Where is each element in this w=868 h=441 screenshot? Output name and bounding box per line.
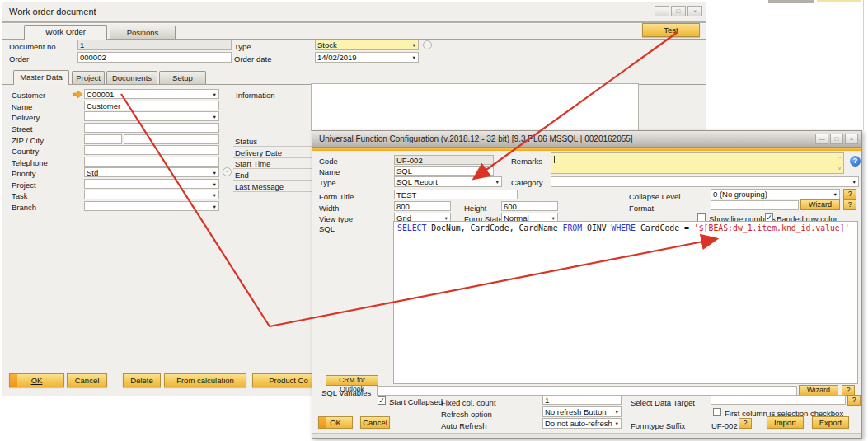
type-value: Stock	[317, 40, 337, 49]
import-button-label: Import	[774, 418, 796, 427]
import-button[interactable]: Import	[767, 416, 804, 429]
question-icon: ?	[852, 396, 856, 404]
crm-for-outlook-button[interactable]: CRM for Outlook	[326, 375, 378, 386]
customer-dropdown[interactable]: C00001▼	[84, 89, 219, 99]
format-field[interactable]	[711, 200, 799, 210]
format-help-button[interactable]: ?	[843, 199, 856, 210]
collapse-icon[interactable]: −	[423, 40, 432, 49]
project-dropdown[interactable]: ▼	[84, 179, 219, 189]
country-label: Country	[12, 147, 39, 156]
form-title-label: Form Title	[319, 192, 354, 201]
delivery-label: Delivery	[12, 113, 40, 122]
sql-condition: CardCode =	[636, 223, 694, 232]
ufc-titlebar[interactable]: Universal Function Configuration (v.2018…	[312, 131, 861, 148]
remarks-textarea[interactable]: ^ v	[551, 152, 844, 174]
zip-field[interactable]	[84, 134, 122, 144]
test-button[interactable]: Test	[642, 23, 700, 37]
select-data-target-field[interactable]	[711, 395, 846, 405]
country-field[interactable]	[84, 145, 219, 155]
maximize-button[interactable]: □	[671, 6, 686, 16]
format-wizard-button[interactable]: Wizard	[800, 199, 840, 210]
last-message-label: Last Message	[235, 182, 284, 191]
delivery-dropdown[interactable]: ▼	[84, 111, 219, 121]
tab-label: Work Order	[45, 27, 86, 36]
dash-icon: −	[426, 42, 429, 47]
maximize-icon: □	[677, 7, 681, 15]
first-column-selection-checkbox[interactable]	[713, 408, 721, 416]
cancel-button[interactable]: Cancel	[360, 416, 390, 429]
sql-keyword: FROM	[563, 223, 583, 232]
name-field[interactable]: Customer	[84, 101, 219, 110]
formtype-suffix-help-button[interactable]: ?	[739, 418, 752, 429]
chevron-down-icon: ▼	[213, 92, 217, 97]
help-icon[interactable]: ?	[850, 156, 861, 167]
tab-project[interactable]: Project	[72, 71, 105, 84]
height-value: 600	[504, 202, 517, 211]
collapse-icon[interactable]: −	[223, 167, 232, 176]
from-calculation-button[interactable]: From calculation	[164, 373, 246, 387]
telephone-field[interactable]	[84, 157, 219, 167]
tab-setup[interactable]: Setup	[159, 71, 206, 84]
street-field[interactable]	[84, 123, 219, 133]
status-row: Status	[233, 136, 312, 147]
collapse-level-help-button[interactable]: ?	[843, 189, 856, 199]
ok-button[interactable]: OK	[318, 416, 353, 429]
close-button[interactable]: ×	[845, 134, 858, 144]
refresh-option-label: Refresh option	[441, 410, 492, 419]
branch-dropdown[interactable]: ▼	[84, 201, 219, 211]
city-field[interactable]	[124, 134, 219, 144]
information-textarea[interactable]	[311, 83, 639, 131]
height-label: Height	[464, 204, 486, 213]
scroll-up-icon[interactable]: ^	[838, 156, 841, 161]
type-label: Type	[319, 178, 336, 187]
wizard-button-label: Wizard	[809, 200, 832, 209]
close-button[interactable]: ×	[687, 6, 702, 16]
name-value: Customer	[87, 101, 120, 110]
tab-master-data[interactable]: Master Data	[13, 70, 69, 85]
category-dropdown[interactable]: ▼	[551, 176, 859, 187]
type-dropdown[interactable]: SQL Report▼	[394, 176, 502, 187]
scroll-down-icon[interactable]: v	[838, 166, 841, 171]
type-dropdown[interactable]: Stock▼	[315, 40, 419, 50]
priority-dropdown[interactable]: Std▼	[84, 167, 219, 177]
chevron-down-icon: ▼	[412, 55, 416, 60]
chevron-down-icon: ▼	[213, 193, 217, 198]
tab-documents[interactable]: Documents	[106, 71, 157, 84]
tab-work-order[interactable]: Work Order	[24, 25, 107, 40]
tab-positions[interactable]: Positions	[110, 26, 176, 39]
maximize-button[interactable]: □	[830, 134, 843, 144]
code-field: UF-002	[394, 155, 494, 165]
sql-keyword: SELECT	[397, 223, 426, 232]
auto-refresh-dropdown[interactable]: Do not auto-refresh▼	[542, 418, 622, 429]
fixed-col-count-field[interactable]: 1	[542, 395, 622, 405]
export-button[interactable]: Export	[812, 416, 849, 429]
start-collapsed-checkbox[interactable]: ✓	[378, 396, 386, 405]
sql-editor[interactable]: SELECT DocNum, CardCode, CardName FROM O…	[393, 221, 858, 384]
select-data-target-label: Select Data Target	[631, 398, 695, 407]
delete-button[interactable]: Delete	[123, 373, 161, 387]
delete-button-label: Delete	[130, 376, 152, 385]
code-value: UF-002	[396, 156, 423, 165]
status-row: Delivery Date	[233, 148, 312, 158]
width-field[interactable]: 800	[394, 201, 451, 211]
order-date-dropdown[interactable]: 14/02/2019▼	[315, 52, 419, 63]
task-dropdown[interactable]: ▼	[84, 190, 219, 199]
minimize-button[interactable]: —	[815, 134, 828, 144]
background-window-accent	[817, 0, 861, 2]
link-arrow-icon[interactable]	[73, 91, 82, 98]
start-collapsed-label: Start Collapsed	[389, 397, 443, 406]
cancel-button[interactable]: Cancel	[67, 373, 107, 387]
minimize-icon: —	[659, 8, 665, 14]
name-field[interactable]: SQL	[394, 166, 494, 176]
height-field[interactable]: 600	[501, 201, 558, 211]
refresh-option-dropdown[interactable]: No refresh Button▼	[542, 406, 622, 417]
form-title-field[interactable]: TEST	[394, 190, 518, 199]
order-field[interactable]: 000002	[77, 52, 232, 63]
collapse-level-dropdown[interactable]: 0 (No grouping)▼	[711, 189, 840, 199]
ok-button[interactable]: OK	[9, 373, 64, 387]
question-icon: ?	[848, 200, 852, 209]
check-icon: ✓	[378, 396, 385, 405]
select-data-target-help-button[interactable]: ?	[847, 395, 861, 406]
minimize-button[interactable]: —	[655, 6, 669, 16]
status-row: Start Time	[233, 158, 312, 169]
